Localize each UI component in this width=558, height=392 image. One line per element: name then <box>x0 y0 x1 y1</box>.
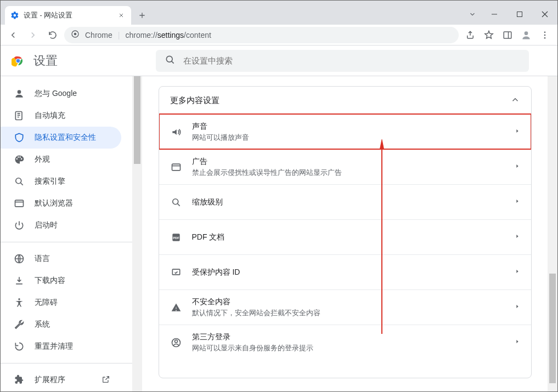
tab-search-button[interactable] <box>463 10 482 18</box>
row-title: 第三方登录 <box>192 332 505 342</box>
row-protected-content[interactable]: 受保护内容 ID <box>159 254 531 289</box>
row-subtitle: 禁止会展示侵扰性或误导性广告的网站显示广告 <box>192 168 505 178</box>
svg-point-30 <box>174 340 177 343</box>
svg-point-22 <box>18 298 20 300</box>
warning-icon <box>170 302 182 314</box>
row-zoom-levels[interactable]: 缩放级别 <box>159 184 531 219</box>
sidebar-item-autofill[interactable]: 自动填充 <box>1 105 121 127</box>
url-host: chrome:// <box>125 31 157 39</box>
share-button[interactable] <box>462 27 478 43</box>
download-icon <box>14 275 25 286</box>
svg-point-6 <box>525 31 528 35</box>
globe-icon <box>14 253 25 264</box>
sidebar-scrollbar[interactable] <box>132 76 142 391</box>
svg-rect-23 <box>172 164 180 171</box>
svg-point-7 <box>544 31 546 33</box>
sidebar-item-appearance[interactable]: 外观 <box>1 149 121 171</box>
wrench-icon <box>14 319 25 330</box>
side-panel-button[interactable] <box>499 27 516 43</box>
new-tab-button[interactable] <box>134 8 150 23</box>
sound-icon <box>170 126 182 138</box>
section-header-more-content[interactable]: 更多内容设置 <box>159 87 531 114</box>
svg-line-18 <box>21 183 23 185</box>
main-scrollbar[interactable] <box>548 76 557 391</box>
main-scrollbar-thumb[interactable] <box>549 274 556 383</box>
row-pdf[interactable]: PDF PDF 文档 <box>159 219 531 254</box>
svg-point-25 <box>172 198 178 204</box>
bookmark-button[interactable] <box>481 27 497 43</box>
browser-icon <box>14 198 25 209</box>
address-bar[interactable]: Chrome | chrome://settings/content <box>64 27 459 43</box>
sidebar-item-languages[interactable]: 语言 <box>1 248 121 270</box>
sidebar-item-downloads[interactable]: 下载内容 <box>1 270 121 292</box>
login-icon <box>170 337 182 349</box>
sidebar-item-default-browser[interactable]: 默认浏览器 <box>1 192 121 214</box>
zoom-icon <box>170 196 182 208</box>
sidebar-item-label: 搜索引擎 <box>35 177 65 186</box>
settings-sidebar[interactable]: 您与 Google 自动填充 隐私设置和安全性 外观 搜索引擎 <box>1 76 132 391</box>
forward-button[interactable] <box>25 27 41 43</box>
shield-icon <box>14 132 25 143</box>
sidebar-item-reset[interactable]: 重置并清理 <box>1 336 121 357</box>
sidebar-item-accessibility[interactable]: 无障碍 <box>1 292 121 314</box>
search-icon <box>14 176 25 187</box>
window-close-button[interactable] <box>532 6 557 22</box>
section-title: 更多内容设置 <box>170 95 219 106</box>
sidebar-item-label: 扩展程序 <box>35 375 65 385</box>
sidebar-item-system[interactable]: 系统 <box>1 314 121 336</box>
sidebar-item-on-startup[interactable]: 启动时 <box>1 214 121 236</box>
extension-icon <box>14 374 25 385</box>
sidebar-item-label: 重置并清理 <box>35 342 73 351</box>
back-button[interactable] <box>5 27 21 43</box>
row-third-party-signin[interactable]: 第三方登录 网站可以显示来自身份服务的登录提示 <box>159 325 531 360</box>
row-title: 受保护内容 ID <box>192 268 505 277</box>
window-maximize-button[interactable] <box>507 6 532 22</box>
row-subtitle: 默认情况下，安全网站会拦截不安全内容 <box>192 308 505 318</box>
palette-icon <box>14 154 25 165</box>
window-minimize-button[interactable] <box>482 6 507 22</box>
sidebar-item-privacy-security[interactable]: 隐私设置和安全性 <box>1 127 121 149</box>
chevron-right-icon <box>515 338 520 347</box>
more-content-settings-card: 更多内容设置 声音 网站可以播放声音 <box>159 86 532 378</box>
browser-tab[interactable]: 设置 - 网站设置 <box>5 6 131 25</box>
person-icon <box>14 88 25 99</box>
sidebar-item-search-engine[interactable]: 搜索引擎 <box>1 171 121 192</box>
window-titlebar <box>1 1 557 5</box>
sidebar-item-you-and-google[interactable]: 您与 Google <box>1 83 121 105</box>
tab-strip: 设置 - 网站设置 <box>1 5 557 25</box>
row-title: 声音 <box>192 122 505 132</box>
origin-label: Chrome <box>85 31 112 39</box>
svg-line-26 <box>177 203 179 206</box>
row-insecure-content[interactable]: 不安全内容 默认情况下，安全网站会拦截不安全内容 <box>159 289 531 325</box>
sidebar-item-label: 语言 <box>35 254 50 264</box>
settings-header: 设置 <box>1 46 557 76</box>
row-ads[interactable]: 广告 禁止会展示侵扰性或误导性广告的网站显示广告 <box>159 149 531 184</box>
settings-search-box[interactable] <box>156 50 529 72</box>
reload-button[interactable] <box>44 27 61 43</box>
browser-menu-button[interactable] <box>537 27 553 43</box>
svg-point-8 <box>544 34 546 36</box>
sidebar-item-label: 无障碍 <box>35 298 58 308</box>
reset-icon <box>14 341 25 352</box>
row-sound[interactable]: 声音 网站可以播放声音 <box>159 114 531 149</box>
sidebar-item-extensions[interactable]: 扩展程序 <box>1 369 121 391</box>
pdf-icon: PDF <box>170 231 182 243</box>
close-tab-icon[interactable] <box>117 11 126 20</box>
chrome-origin-icon <box>71 30 80 40</box>
chevron-right-icon <box>515 127 520 137</box>
row-subtitle: 网站可以显示来自身份服务的登录提示 <box>192 343 505 353</box>
chevron-up-icon <box>510 95 520 106</box>
settings-search-input[interactable] <box>183 56 520 65</box>
chevron-right-icon <box>515 162 520 172</box>
gear-icon <box>10 11 19 20</box>
chrome-logo-icon <box>12 54 25 67</box>
main-content[interactable]: 更多内容设置 声音 网站可以播放声音 <box>142 76 548 391</box>
chevron-right-icon <box>515 268 520 277</box>
autofill-icon <box>14 110 25 121</box>
svg-rect-29 <box>172 269 179 275</box>
profile-button[interactable] <box>518 27 534 43</box>
search-icon <box>165 54 176 67</box>
svg-point-9 <box>544 37 546 38</box>
sidebar-scrollbar-thumb[interactable] <box>134 76 140 164</box>
svg-point-15 <box>18 90 21 94</box>
